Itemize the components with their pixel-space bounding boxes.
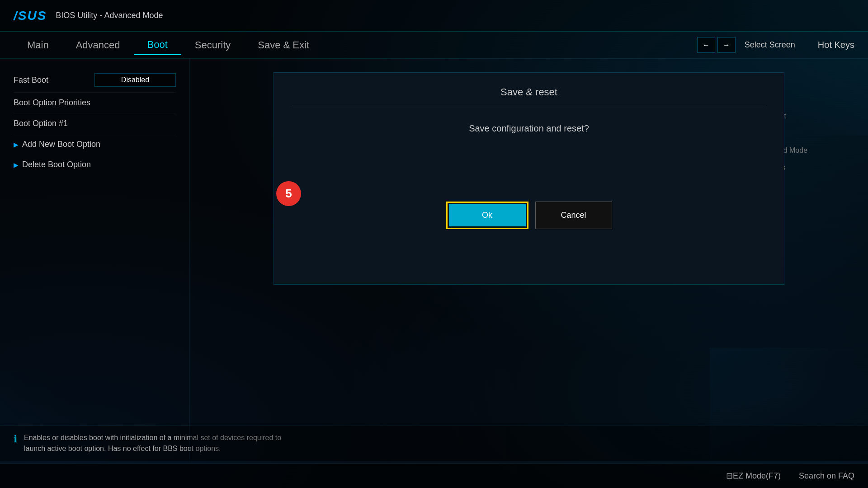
dialog-buttons: 5 Ok Cancel bbox=[292, 202, 766, 229]
footer-bar: ⊟EZ Mode(F7) Search on FAQ bbox=[0, 463, 868, 488]
app-title: BIOS Utility - Advanced Mode bbox=[56, 11, 163, 20]
add-new-boot-row[interactable]: ▶ Add New Boot Option bbox=[14, 134, 176, 155]
add-new-boot-arrow: ▶ bbox=[14, 141, 19, 148]
arrow-right-btn[interactable]: → bbox=[717, 37, 736, 53]
ok-button-wrapper: Ok bbox=[446, 202, 528, 229]
delete-boot-arrow: ▶ bbox=[14, 161, 19, 169]
center-panel: on key list > vanced Mode efaults Save &… bbox=[190, 59, 868, 461]
boot-option-priorities-row: Boot Option Priorities bbox=[14, 93, 176, 113]
ez-mode-link[interactable]: ⊟EZ Mode(F7) bbox=[726, 471, 781, 481]
boot-option-1-row: Boot Option #1 bbox=[14, 113, 176, 134]
boot-option-1-label: Boot Option #1 bbox=[14, 119, 68, 128]
dialog-overlay: Save & reset Save configuration and rese… bbox=[190, 59, 868, 461]
arrow-buttons: ← → bbox=[697, 37, 736, 53]
nav-security[interactable]: Security bbox=[181, 36, 244, 55]
header: /SUS BIOS Utility - Advanced Mode bbox=[0, 0, 868, 32]
fast-boot-row: Fast Boot Disabled bbox=[14, 68, 176, 93]
nav-boot[interactable]: Boot bbox=[134, 35, 181, 55]
arrow-left-btn[interactable]: ← bbox=[697, 37, 715, 53]
boot-option-priorities-label: Boot Option Priorities bbox=[14, 98, 90, 108]
cancel-button[interactable]: Cancel bbox=[535, 202, 612, 229]
delete-boot-row[interactable]: ▶ Delete Boot Option bbox=[14, 155, 176, 175]
navbar: Main Advanced Boot Security Save & Exit … bbox=[0, 32, 868, 59]
delete-boot-label: Delete Boot Option bbox=[22, 160, 91, 169]
fast-boot-label: Fast Boot bbox=[14, 75, 48, 85]
nav-save-exit[interactable]: Save & Exit bbox=[244, 36, 323, 55]
main-content: Fast Boot Disabled Boot Option Prioritie… bbox=[0, 59, 868, 461]
hotkeys-label: Hot Keys bbox=[818, 40, 854, 50]
select-screen-label: Select Screen bbox=[745, 40, 795, 50]
add-new-boot-label: Add New Boot Option bbox=[22, 140, 100, 149]
nav-advanced[interactable]: Advanced bbox=[62, 36, 134, 55]
save-reset-dialog: Save & reset Save configuration and rese… bbox=[274, 72, 784, 285]
dialog-title: Save & reset bbox=[292, 86, 766, 105]
asus-logo: /SUS bbox=[14, 9, 47, 23]
info-icon: ℹ bbox=[14, 433, 17, 445]
step-badge: 5 bbox=[276, 181, 301, 206]
ok-button[interactable]: Ok bbox=[449, 204, 526, 226]
search-faq-link[interactable]: Search on FAQ bbox=[799, 471, 854, 481]
nav-main[interactable]: Main bbox=[14, 36, 62, 55]
dialog-message: Save configuration and reset? bbox=[292, 123, 766, 134]
left-panel: Fast Boot Disabled Boot Option Prioritie… bbox=[0, 59, 190, 461]
fast-boot-value[interactable]: Disabled bbox=[94, 73, 176, 87]
